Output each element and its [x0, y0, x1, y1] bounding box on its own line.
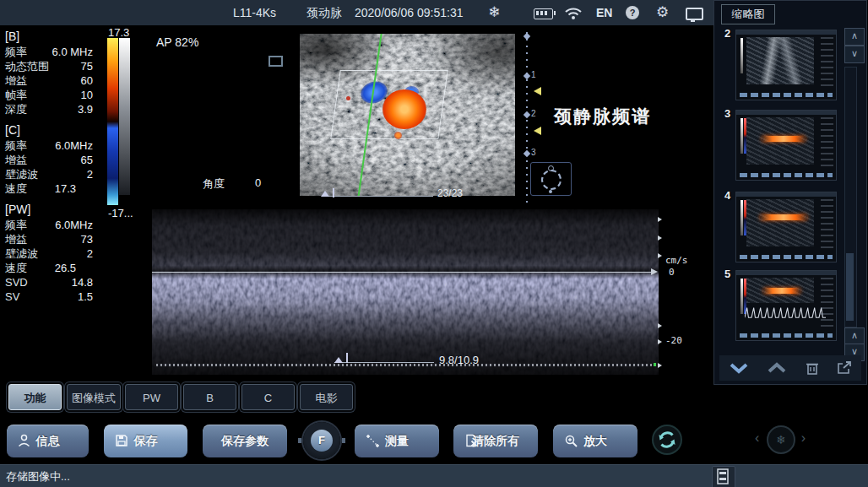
- language-toggle[interactable]: EN: [596, 6, 612, 19]
- chevron-right-icon[interactable]: ›: [801, 430, 806, 446]
- scroll-down-button[interactable]: ∨: [844, 46, 865, 63]
- page-up-icon[interactable]: [766, 361, 788, 375]
- exam-preset: 颈动脉: [307, 6, 342, 21]
- cine-film-button[interactable]: [712, 466, 735, 487]
- thumb-waveform: [745, 305, 826, 320]
- spectral-display[interactable]: [152, 209, 659, 375]
- pw-mode-params: [PW] 频率6.0MHz 增益73 壁滤波2 速度26.5 SVD14.8 S…: [5, 201, 93, 304]
- scroll-up-button-bottom[interactable]: ∧: [844, 327, 865, 345]
- thumb-flow: [762, 136, 806, 142]
- thumbnail-3[interactable]: 3: [735, 110, 837, 181]
- refresh-arrows-icon: [654, 426, 681, 453]
- cine-slider-track[interactable]: [325, 196, 433, 197]
- save-params-button[interactable]: 保存参数: [203, 425, 287, 457]
- param-label: 增益: [5, 73, 27, 88]
- zoom-button-label: 放大: [583, 434, 607, 447]
- param-label: 频率: [5, 218, 27, 232]
- thumbnail-5[interactable]: 5: [735, 270, 837, 341]
- ultrasound-screen: L11-4Ks 颈动脉 2020/06/06 09:51:31 ❄ EN ? ⚙…: [0, 0, 868, 487]
- trace-strip: [156, 364, 653, 366]
- chevron-left-icon[interactable]: ‹: [755, 430, 759, 446]
- baseline-value-label: 0: [669, 267, 675, 278]
- status-message: 存储图像中...: [6, 469, 70, 484]
- save-button[interactable]: 保存: [104, 425, 187, 457]
- param-value: 2: [87, 167, 93, 181]
- param-label: SVD: [5, 275, 28, 289]
- tab-c[interactable]: C: [241, 384, 295, 410]
- param-value: 2: [87, 246, 93, 261]
- thumbnail-number: 4: [724, 189, 730, 202]
- sweep-slider-track[interactable]: [334, 362, 434, 363]
- refresh-button[interactable]: [654, 426, 681, 453]
- thumbnail-number: 3: [724, 107, 730, 120]
- freeze-knob[interactable]: ‹ ❄ ›: [755, 422, 806, 457]
- thumb-params: [821, 117, 833, 166]
- param-value: 75: [81, 59, 93, 73]
- info-button[interactable]: 信息: [7, 425, 89, 457]
- tab-pw[interactable]: PW: [125, 384, 178, 410]
- scroll-up-button[interactable]: ∧: [844, 28, 865, 46]
- thumb-image: [746, 37, 814, 84]
- probe-orientation-icon[interactable]: [530, 162, 572, 196]
- baseline-arrow-icon: [651, 268, 658, 275]
- tab-b[interactable]: B: [183, 384, 236, 410]
- page-down-icon[interactable]: [728, 361, 750, 375]
- param-value: 26.5: [55, 261, 93, 275]
- param-value: 3.9: [78, 102, 93, 116]
- thumb-buttons: [740, 173, 833, 177]
- cine-slider-handle[interactable]: [321, 191, 329, 197]
- tab-function[interactable]: 功能: [8, 384, 62, 410]
- thumbnail-2[interactable]: 2: [735, 30, 837, 100]
- knob-notch: [342, 438, 345, 443]
- tab-cine[interactable]: 电影: [300, 384, 353, 410]
- help-icon[interactable]: ?: [626, 6, 639, 19]
- thumb-topbar: [736, 192, 836, 197]
- measure-button[interactable]: 测量: [355, 425, 439, 457]
- param-label: SV: [5, 289, 19, 304]
- annotation-text[interactable]: 颈静脉频谱: [554, 105, 651, 128]
- clear-all-button-label: 清除所有: [472, 434, 519, 447]
- thumb-topbar: [736, 111, 836, 115]
- tab-image-mode[interactable]: 图像模式: [67, 384, 121, 410]
- f-knob[interactable]: F: [303, 422, 340, 459]
- scrollbar-thumb[interactable]: [846, 253, 854, 321]
- scale-tick-icon: [658, 339, 662, 344]
- parameter-panel: [B] 频率6.0 MHz 动态范围75 增益60 帧率10 深度3.9 [C]…: [5, 28, 93, 309]
- sweep-slider-handle[interactable]: [334, 357, 343, 363]
- b-mode-params: [B] 频率6.0 MHz 动态范围75 增益60 帧率10 深度3.9: [5, 28, 93, 116]
- b-mode-image[interactable]: [300, 34, 515, 196]
- thumbnail-4[interactable]: 4: [735, 192, 837, 262]
- thumbnail-panel-tab[interactable]: 缩略图: [721, 4, 775, 24]
- b-mode-title: [B]: [5, 28, 93, 45]
- thumbnail-number: 5: [724, 268, 730, 280]
- display-icon[interactable]: [686, 8, 703, 20]
- thumb-params: [821, 37, 833, 86]
- delete-trash-icon[interactable]: [805, 360, 820, 376]
- doppler-flow-dot: [346, 96, 350, 100]
- scale-tick-icon: [658, 253, 662, 258]
- clear-all-button[interactable]: 清除所有: [453, 425, 538, 457]
- export-icon[interactable]: [836, 360, 853, 376]
- param-label: 增益: [5, 232, 27, 246]
- probe-name: L11-4Ks: [233, 6, 276, 19]
- wifi-icon: [564, 7, 583, 20]
- thumb-graybar: [741, 118, 743, 154]
- settings-gear-icon[interactable]: ⚙: [656, 3, 669, 21]
- param-value: 6.0MHz: [55, 218, 93, 232]
- freeze-knob-snowflake-icon[interactable]: ❄: [767, 425, 795, 454]
- doppler-colorbar: [107, 38, 118, 205]
- depth-marker-icon: [524, 111, 530, 118]
- datetime: 2020/06/06 09:51:31: [355, 6, 463, 19]
- info-button-label: 信息: [36, 434, 60, 447]
- status-bar: 存储图像中...: [0, 464, 868, 487]
- freeze-snowflake-icon[interactable]: ❄: [488, 3, 500, 21]
- param-value: 6.0 MHz: [52, 45, 93, 59]
- thumbnail-scrollbar[interactable]: [844, 67, 857, 327]
- param-value: 10: [81, 88, 93, 102]
- zoom-button[interactable]: 放大: [553, 425, 637, 457]
- focus-marker-icon[interactable]: [534, 87, 541, 95]
- focus-marker-icon[interactable]: [534, 127, 541, 135]
- spectral-baseline[interactable]: [152, 272, 652, 273]
- param-value: 73: [81, 232, 93, 246]
- caliper-measure-icon: [366, 434, 380, 448]
